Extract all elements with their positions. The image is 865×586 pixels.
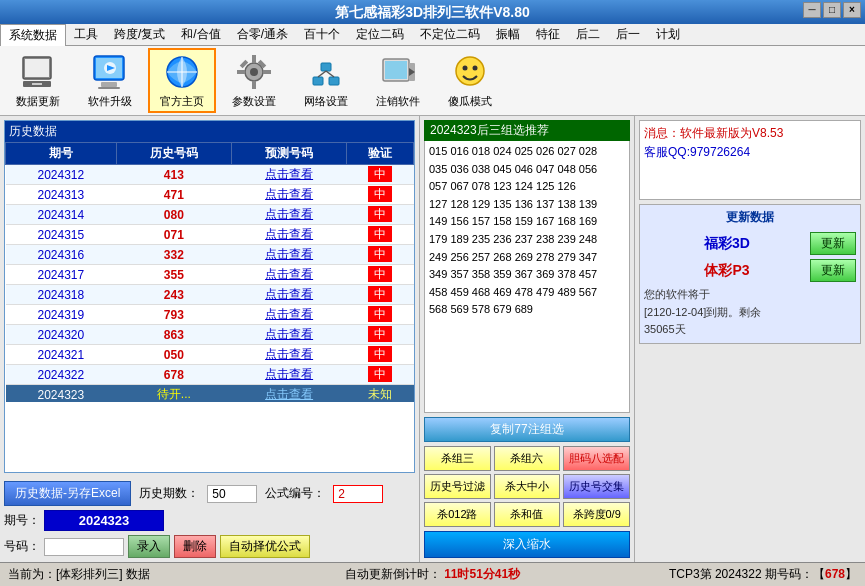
update-section: 更新数据 福彩3D 更新 体彩P3 更新 您的软件将于[2120-12-04]到… bbox=[639, 204, 861, 344]
excel-button[interactable]: 历史数据-另存Excel bbox=[4, 481, 131, 506]
menu-item-合零/通杀[interactable]: 合零/通杀 bbox=[229, 24, 296, 45]
period-cell[interactable]: 2024316 bbox=[6, 245, 117, 265]
action-grid-btn-历史号交集[interactable]: 历史号交集 bbox=[563, 474, 630, 499]
action-grid-btn-杀跨度0/9[interactable]: 杀跨度0/9 bbox=[563, 502, 630, 527]
toolbar-label-官方主页: 官方主页 bbox=[160, 94, 204, 109]
period-cell[interactable]: 2024317 bbox=[6, 265, 117, 285]
menu-item-跨度/复式[interactable]: 跨度/复式 bbox=[106, 24, 173, 45]
predict-cell[interactable]: 点击查看 bbox=[231, 325, 346, 345]
menu-item-计划[interactable]: 计划 bbox=[648, 24, 688, 45]
menu-item-定位二码[interactable]: 定位二码 bbox=[348, 24, 412, 45]
enter-button[interactable]: 录入 bbox=[128, 535, 170, 558]
close-button[interactable]: × bbox=[843, 2, 861, 18]
toolbar-btn-软件升级[interactable]: 软件升级 bbox=[76, 49, 144, 112]
period-cell[interactable]: 2024313 bbox=[6, 185, 117, 205]
predict-cell[interactable]: 点击查看 bbox=[231, 285, 346, 305]
action-grid-btn-杀大中小[interactable]: 杀大中小 bbox=[494, 474, 561, 499]
history-scroll[interactable]: 期号历史号码预测号码验证 2024312413点击查看中2024313471点击… bbox=[5, 142, 414, 402]
menu-item-系统数据[interactable]: 系统数据 bbox=[0, 24, 66, 46]
copy-button[interactable]: 复制77注组选 bbox=[424, 417, 630, 442]
period-cell[interactable]: 2024315 bbox=[6, 225, 117, 245]
table-row: 2024314080点击查看中 bbox=[6, 205, 414, 225]
auto-formula-button[interactable]: 自动择优公式 bbox=[220, 535, 310, 558]
toolbar-label-参数设置: 参数设置 bbox=[232, 94, 276, 109]
num-cell: 355 bbox=[116, 265, 231, 285]
menu-item-工具[interactable]: 工具 bbox=[66, 24, 106, 45]
toolbar: 数据更新软件升级官方主页参数设置网络设置注销软件傻瓜模式 bbox=[0, 46, 865, 116]
history-count-label: 历史期数： bbox=[139, 485, 199, 502]
action-grid-btn-杀和值[interactable]: 杀和值 bbox=[494, 502, 561, 527]
predict-cell[interactable]: 点击查看 bbox=[231, 185, 346, 205]
toolbar-btn-网络设置[interactable]: 网络设置 bbox=[292, 49, 360, 112]
history-tbody: 2024312413点击查看中2024313471点击查看中2024314080… bbox=[6, 165, 414, 403]
num-cell: 243 bbox=[116, 285, 231, 305]
toolbar-btn-数据更新[interactable]: 数据更新 bbox=[4, 49, 72, 112]
action-grid-btn-历史号过滤[interactable]: 历史号过滤 bbox=[424, 474, 491, 499]
lottery2-update-btn[interactable]: 更新 bbox=[810, 259, 856, 282]
period-cell[interactable]: 2024319 bbox=[6, 305, 117, 325]
formula-input[interactable] bbox=[333, 485, 383, 503]
period-cell: 2024323 bbox=[6, 385, 117, 403]
status-num: 678 bbox=[825, 567, 845, 581]
predict-cell[interactable]: 点击查看 bbox=[231, 245, 346, 265]
right-panel: 消息：软件最新版为V8.53客服QQ:979726264 更新数据 福彩3D 更… bbox=[635, 116, 865, 562]
lottery1-update-btn[interactable]: 更新 bbox=[810, 232, 856, 255]
middle-panel: 2024323后三组选推荐 015 016 018 024 025 026 02… bbox=[420, 116, 635, 562]
period-cell[interactable]: 2024314 bbox=[6, 205, 117, 225]
predict-line: 179 189 235 236 237 238 239 248 bbox=[429, 231, 625, 249]
svg-rect-18 bbox=[263, 70, 271, 74]
restore-button[interactable]: □ bbox=[823, 2, 841, 18]
delete-button[interactable]: 删除 bbox=[174, 535, 216, 558]
menu-item-特征[interactable]: 特征 bbox=[528, 24, 568, 45]
table-row: 2024322678点击查看中 bbox=[6, 365, 414, 385]
menu-item-不定位二码[interactable]: 不定位二码 bbox=[412, 24, 488, 45]
period-cell[interactable]: 2024312 bbox=[6, 165, 117, 185]
msg-line: 客服QQ:979726264 bbox=[644, 144, 856, 161]
toolbar-btn-傻瓜模式[interactable]: 傻瓜模式 bbox=[436, 49, 504, 112]
menu-item-后二[interactable]: 后二 bbox=[568, 24, 608, 45]
toolbar-btn-注销软件[interactable]: 注销软件 bbox=[364, 49, 432, 112]
menu-item-振幅[interactable]: 振幅 bbox=[488, 24, 528, 45]
toolbar-icon-注销软件 bbox=[378, 52, 418, 92]
deep-btn[interactable]: 深入缩水 bbox=[424, 531, 630, 558]
predict-cell[interactable]: 点击查看 bbox=[231, 165, 346, 185]
num-cell: 678 bbox=[116, 365, 231, 385]
num-input[interactable] bbox=[44, 538, 124, 556]
toolbar-btn-官方主页[interactable]: 官方主页 bbox=[148, 48, 216, 113]
action-grid-btn-杀012路[interactable]: 杀012路 bbox=[424, 502, 491, 527]
predict-cell[interactable]: 点击查看 bbox=[231, 205, 346, 225]
predict-cell[interactable]: 点击查看 bbox=[231, 265, 346, 285]
menu-item-百十个[interactable]: 百十个 bbox=[296, 24, 348, 45]
left-bottom: 历史数据-另存Excel 历史期数： 公式编号： 期号： 2024323 号码：… bbox=[0, 477, 419, 562]
minimize-button[interactable]: ─ bbox=[803, 2, 821, 18]
predict-line: 349 357 358 359 367 369 378 457 bbox=[429, 266, 625, 284]
toolbar-icon-数据更新 bbox=[18, 52, 58, 92]
num-cell: 待开... bbox=[116, 385, 231, 403]
action-grid-btn-杀组六[interactable]: 杀组六 bbox=[494, 446, 561, 471]
lottery2-row: 体彩P3 更新 bbox=[644, 259, 856, 282]
period-cell[interactable]: 2024322 bbox=[6, 365, 117, 385]
history-col-预测号码: 预测号码 bbox=[231, 143, 346, 165]
svg-point-32 bbox=[473, 66, 478, 71]
table-row: 2024321050点击查看中 bbox=[6, 345, 414, 365]
period-cell[interactable]: 2024318 bbox=[6, 285, 117, 305]
period-cell[interactable]: 2024320 bbox=[6, 325, 117, 345]
menu-item-后一[interactable]: 后一 bbox=[608, 24, 648, 45]
period-cell[interactable]: 2024321 bbox=[6, 345, 117, 365]
menu-item-和/合值[interactable]: 和/合值 bbox=[173, 24, 228, 45]
toolbar-btn-参数设置[interactable]: 参数设置 bbox=[220, 49, 288, 112]
toolbar-icon-参数设置 bbox=[234, 52, 274, 92]
period-label: 期号： bbox=[4, 512, 40, 529]
predict-cell[interactable]: 点击查看 bbox=[231, 345, 346, 365]
predict-cell[interactable]: 点击查看 bbox=[231, 225, 346, 245]
predict-cell[interactable]: 点击查看 bbox=[231, 385, 346, 403]
action-grid-btn-胆码八选配[interactable]: 胆码八选配 bbox=[563, 446, 630, 471]
predict-cell[interactable]: 点击查看 bbox=[231, 365, 346, 385]
verify-cell: 中 bbox=[347, 285, 414, 305]
history-count-input[interactable] bbox=[207, 485, 257, 503]
predict-cell[interactable]: 点击查看 bbox=[231, 305, 346, 325]
table-row: 2024318243点击查看中 bbox=[6, 285, 414, 305]
predict-line: 458 459 468 469 478 479 489 567 bbox=[429, 284, 625, 302]
action-grid-btn-杀组三[interactable]: 杀组三 bbox=[424, 446, 491, 471]
predict-line: 035 036 038 045 046 047 048 056 bbox=[429, 161, 625, 179]
